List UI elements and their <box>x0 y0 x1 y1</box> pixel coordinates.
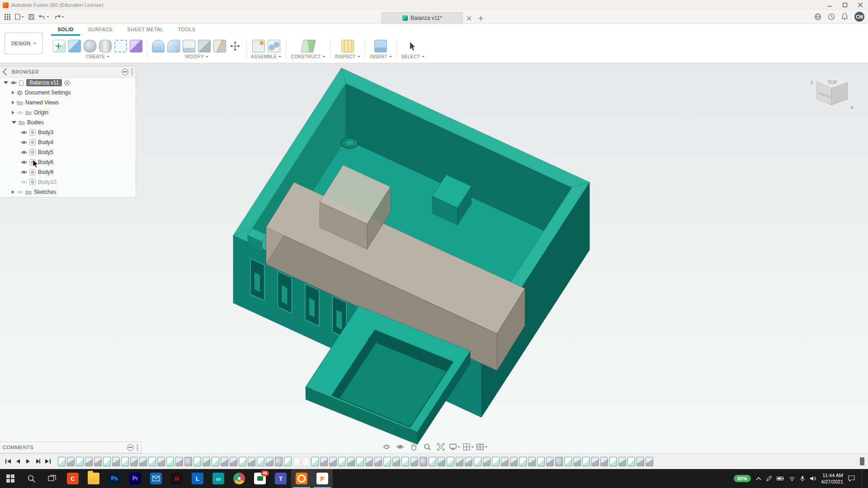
timeline-feature[interactable] <box>627 457 635 466</box>
orbit-icon[interactable] <box>380 441 393 452</box>
timeline-feature[interactable] <box>184 457 192 466</box>
timeline-feature[interactable] <box>139 457 147 466</box>
derive-tool[interactable] <box>130 40 142 52</box>
zoom-icon[interactable] <box>421 441 434 452</box>
task-view-icon[interactable] <box>42 469 62 488</box>
chrome-icon[interactable] <box>229 469 250 488</box>
timeline-feature[interactable] <box>320 457 328 466</box>
timeline-feature[interactable] <box>420 457 427 466</box>
document-tab[interactable]: Balanza v11* <box>382 12 463 23</box>
joint-tool[interactable] <box>268 40 280 52</box>
timeline-feature[interactable] <box>401 457 409 466</box>
timeline-feature[interactable] <box>85 457 93 466</box>
timeline-feature[interactable] <box>447 457 454 466</box>
create-sketch-tool[interactable] <box>53 40 66 52</box>
pan-icon[interactable] <box>407 441 420 452</box>
tab-surface[interactable]: SURFACE <box>82 25 119 36</box>
pattern-tool[interactable] <box>114 40 127 52</box>
tab-tools[interactable]: TOOLS <box>171 25 202 36</box>
fusion360-taskbar-icon[interactable]: F <box>312 469 333 488</box>
taskbar-app-c[interactable]: C <box>62 469 83 488</box>
timeline-feature[interactable] <box>528 457 536 466</box>
comments-bar[interactable]: COMMENTS <box>0 441 142 453</box>
construction-plane-tool[interactable] <box>301 40 316 52</box>
timeline-feature[interactable] <box>555 457 563 466</box>
eye-icon[interactable] <box>21 150 27 155</box>
inspect-menu[interactable]: INSPECT <box>335 54 360 59</box>
timeline-feature[interactable] <box>546 457 554 466</box>
browser-row-body9[interactable]: Body9 <box>0 167 136 177</box>
premiere-icon[interactable]: Pr <box>125 469 146 488</box>
tab-solid[interactable]: SOLID <box>51 25 80 36</box>
timeline-feature[interactable] <box>365 457 373 466</box>
timeline-feature[interactable] <box>564 457 572 466</box>
minimize-button[interactable] <box>822 0 837 10</box>
timeline-feature[interactable] <box>203 457 210 466</box>
expand-arrow-icon[interactable] <box>12 101 14 104</box>
timeline-feature[interactable] <box>637 457 644 466</box>
timeline-feature[interactable] <box>329 457 337 466</box>
press-pull-tool[interactable] <box>152 40 165 52</box>
file-explorer-icon[interactable] <box>83 469 104 488</box>
expand-arrow-icon[interactable] <box>4 81 8 84</box>
timeline-feature[interactable] <box>347 457 355 466</box>
timeline-feature[interactable] <box>383 457 391 466</box>
start-button[interactable] <box>0 469 21 488</box>
viewports-icon[interactable] <box>475 441 488 452</box>
timeline-feature[interactable] <box>501 457 509 466</box>
taskbar-app-orange[interactable] <box>291 469 312 488</box>
taskbar-search-icon[interactable] <box>21 469 42 488</box>
panel-grip-icon[interactable] <box>131 69 133 75</box>
expand-arrow-icon[interactable] <box>12 111 14 114</box>
file-menu-icon[interactable] <box>15 14 24 20</box>
volume-icon[interactable] <box>810 476 816 481</box>
split-body-tool[interactable] <box>213 40 226 52</box>
timeline-feature[interactable] <box>618 457 626 466</box>
browser-row-body6[interactable]: Body6 <box>0 157 136 167</box>
timeline-feature[interactable] <box>221 457 228 466</box>
fillet-tool[interactable] <box>167 40 180 52</box>
timeline-feature[interactable] <box>58 457 66 466</box>
timeline-feature[interactable] <box>465 457 472 466</box>
web-globe-icon[interactable] <box>814 13 821 20</box>
eye-icon[interactable] <box>21 160 27 164</box>
timeline-scroll-thumb[interactable] <box>860 457 864 465</box>
close-tab-icon[interactable] <box>463 13 475 23</box>
eye-icon-off[interactable] <box>17 190 23 194</box>
timeline-feature[interactable] <box>591 457 599 466</box>
insert-canvas-tool[interactable] <box>374 40 387 52</box>
construct-menu[interactable]: CONSTRUCT <box>291 54 325 59</box>
create-menu[interactable]: CREATE <box>86 54 109 59</box>
arduino-icon[interactable]: ∞ <box>208 469 229 488</box>
save-icon[interactable] <box>28 14 34 20</box>
tab-sheet-metal[interactable]: SHEET METAL <box>121 25 170 36</box>
mic-icon[interactable] <box>800 476 805 482</box>
timeline-feature[interactable] <box>510 457 518 466</box>
timeline-feature[interactable] <box>519 457 527 466</box>
box-tool[interactable] <box>68 40 81 52</box>
tray-time[interactable]: 11:44 AM <box>821 472 843 479</box>
modify-menu[interactable]: MODIFY <box>185 54 208 59</box>
collapse-panel-icon[interactable] <box>3 68 10 76</box>
netflix-icon[interactable]: N <box>166 469 187 488</box>
app-grid-icon[interactable] <box>5 14 10 20</box>
eye-icon[interactable] <box>21 140 27 145</box>
form-tool[interactable] <box>84 40 96 52</box>
timeline-feature[interactable] <box>338 457 346 466</box>
eye-icon-off[interactable] <box>21 180 27 184</box>
move-copy-tool[interactable] <box>229 40 241 52</box>
timeline-feature[interactable] <box>456 457 463 466</box>
timeline-feature[interactable] <box>356 457 364 466</box>
browser-row-body3[interactable]: Body3 <box>0 127 136 137</box>
timeline-feature[interactable] <box>609 457 617 466</box>
browser-row-origin[interactable]: Origin <box>0 108 136 117</box>
timeline-feature[interactable] <box>311 457 319 466</box>
timeline-feature[interactable] <box>67 457 75 466</box>
combine-tool[interactable] <box>198 40 211 52</box>
tray-chevron-up-icon[interactable] <box>756 477 761 480</box>
photoshop-icon[interactable]: Ps <box>104 469 125 488</box>
timeline-feature[interactable] <box>130 457 138 466</box>
eye-icon[interactable] <box>21 170 27 174</box>
viewport[interactable]: TOP FRONT Z X BROWSER Balanza v11 <box>0 63 868 453</box>
timeline-play-icon[interactable] <box>24 456 33 466</box>
